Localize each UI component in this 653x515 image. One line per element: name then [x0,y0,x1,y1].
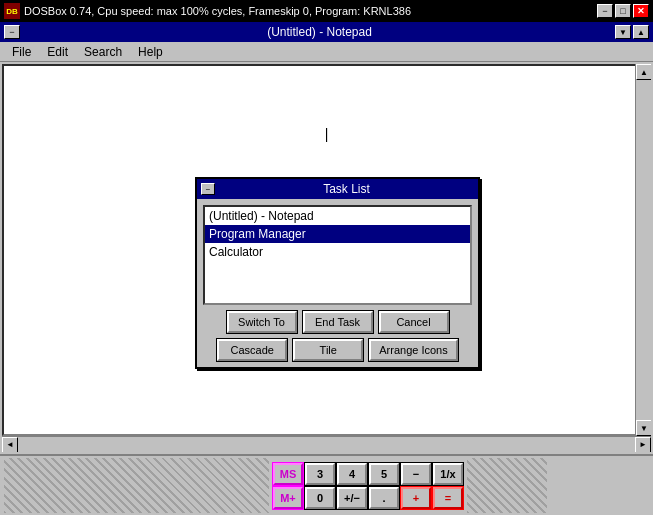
arrange-icons-button[interactable]: Arrange Icons [369,339,457,361]
notepad-title: (Untitled) - Notepad [24,25,615,39]
calculator-strip: MS 3 4 5 − 1/x M+ 0 [0,454,653,515]
task-list-system-button[interactable]: − [201,183,215,195]
task-list-dialog: − Task List (Untitled) - Notepad Program… [195,177,480,369]
notepad-minimize-button[interactable]: ▼ [615,25,631,39]
calc-ms-button[interactable]: MS [273,463,303,485]
task-listbox[interactable]: (Untitled) - Notepad Program Manager Cal… [203,205,472,305]
task-buttons-row1: Switch To End Task Cancel [203,311,472,333]
scroll-right-arrow[interactable]: ► [635,437,651,453]
calc-3-button[interactable]: 3 [305,463,335,485]
notepad-scrollbar-vertical[interactable]: ▲ ▼ [635,64,651,436]
menu-file[interactable]: File [4,43,39,61]
scroll-left-arrow[interactable]: ◄ [2,437,18,453]
calc-row-2: M+ 0 +/− . + = [273,487,463,509]
notepad-system-button[interactable]: − [4,25,20,39]
scroll-up-arrow[interactable]: ▲ [636,64,651,80]
notepad-titlebar: − (Untitled) - Notepad ▼ ▲ [0,22,653,42]
calc-negate-button[interactable]: +/− [337,487,367,509]
calc-minus-button[interactable]: − [401,463,431,485]
calc-5-button[interactable]: 5 [369,463,399,485]
calc-row-1: MS 3 4 5 − 1/x [273,463,463,485]
task-list-title: Task List [219,182,474,196]
task-buttons-row2: Cascade Tile Arrange Icons [203,339,472,361]
task-item-notepad[interactable]: (Untitled) - Notepad [205,207,470,225]
dosbox-close-button[interactable]: ✕ [633,4,649,18]
calc-4-button[interactable]: 4 [337,463,367,485]
menu-search[interactable]: Search [76,43,130,61]
menu-edit[interactable]: Edit [39,43,76,61]
task-item-program-manager[interactable]: Program Manager [205,225,470,243]
calc-reciprocal-button[interactable]: 1/x [433,463,463,485]
calculator-buttons: MS 3 4 5 − 1/x M+ 0 [273,463,463,509]
notepad-menubar: File Edit Search Help [0,42,653,62]
notepad-window: − (Untitled) - Notepad ▼ ▲ File Edit Sea… [0,22,653,454]
task-item-calculator[interactable]: Calculator [205,243,470,261]
calc-decimal-button[interactable]: . [369,487,399,509]
calc-0-button[interactable]: 0 [305,487,335,509]
scroll-down-arrow[interactable]: ▼ [636,420,651,436]
calc-plus-button[interactable]: + [401,487,431,509]
dosbox-titlebar: DB DOSBox 0.74, Cpu speed: max 100% cycl… [0,0,653,22]
calc-equals-button[interactable]: = [433,487,463,509]
dosbox-restore-button[interactable]: □ [615,4,631,18]
calculator-right-pattern [467,458,547,513]
cascade-button[interactable]: Cascade [217,339,287,361]
menu-help[interactable]: Help [130,43,171,61]
notepad-title-controls: ▼ ▲ [615,25,649,39]
notepad-maximize-button[interactable]: ▲ [633,25,649,39]
switch-to-button[interactable]: Switch To [227,311,297,333]
dosbox-minimize-button[interactable]: − [597,4,613,18]
task-list-body: (Untitled) - Notepad Program Manager Cal… [197,199,478,367]
task-list-titlebar: − Task List [197,179,478,199]
notepad-scrollbar-horizontal[interactable]: ◄ ► [2,436,651,452]
calculator-left-pattern [4,458,269,513]
calc-mplus-button[interactable]: M+ [273,487,303,509]
end-task-button[interactable]: End Task [303,311,373,333]
text-cursor: | [325,126,329,142]
tile-button[interactable]: Tile [293,339,363,361]
dosbox-controls: − □ ✕ [597,4,649,18]
scroll-track-vertical[interactable] [636,80,651,420]
dosbox-icon: DB [4,3,20,19]
cancel-button[interactable]: Cancel [379,311,449,333]
dosbox-title-text: DOSBox 0.74, Cpu speed: max 100% cycles,… [24,5,597,17]
